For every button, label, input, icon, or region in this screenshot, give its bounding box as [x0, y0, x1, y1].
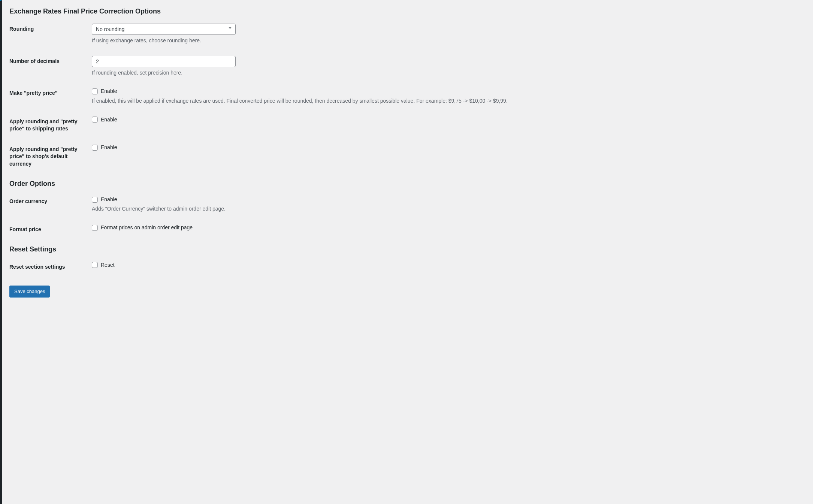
row-format-price: Format price Format prices on admin orde… [9, 224, 806, 233]
checkbox-wrapper-order-currency: Enable [92, 196, 806, 203]
label-order-currency: Order currency [9, 196, 92, 205]
description-decimals: If rounding enabled, set precision here. [92, 69, 806, 77]
checkbox-pretty-price[interactable] [92, 88, 98, 94]
section-title-reset-settings: Reset Settings [9, 245, 806, 254]
checkbox-wrapper-default-currency: Enable [92, 144, 806, 151]
checkbox-label-pretty-price[interactable]: Enable [101, 88, 117, 95]
checkbox-label-order-currency[interactable]: Enable [101, 196, 117, 203]
label-rounding: Rounding [9, 24, 92, 33]
checkbox-default-currency[interactable] [92, 145, 98, 151]
field-reset: Reset [92, 262, 806, 269]
checkbox-wrapper-reset: Reset [92, 262, 806, 269]
field-rounding: No rounding If using exchange rates, cho… [92, 24, 806, 45]
row-pretty-price: Make "pretty price" Enable If enabled, t… [9, 88, 806, 105]
checkbox-label-reset[interactable]: Reset [101, 262, 115, 269]
field-decimals: If rounding enabled, set precision here. [92, 56, 806, 77]
row-default-currency: Apply rounding and "pretty price" to sho… [9, 144, 806, 168]
select-wrapper-rounding: No rounding [92, 24, 236, 35]
save-button[interactable]: Save changes [9, 286, 50, 298]
field-pretty-price: Enable If enabled, this will be applied … [92, 88, 806, 105]
field-order-currency: Enable Adds "Order Currency" switcher to… [92, 196, 806, 213]
checkbox-wrapper-shipping-rates: Enable [92, 116, 806, 124]
checkbox-wrapper-format-price: Format prices on admin order edit page [92, 224, 806, 232]
checkbox-format-price[interactable] [92, 225, 98, 231]
row-reset: Reset section settings Reset [9, 262, 806, 271]
admin-sidebar-strip [0, 0, 2, 313]
input-decimals[interactable] [92, 56, 236, 67]
label-reset: Reset section settings [9, 262, 92, 271]
label-format-price: Format price [9, 224, 92, 233]
field-shipping-rates: Enable [92, 116, 806, 124]
section-title-order-options: Order Options [9, 179, 806, 188]
section-title-exchange-rates: Exchange Rates Final Price Correction Op… [9, 7, 806, 16]
checkbox-shipping-rates[interactable] [92, 117, 98, 123]
description-rounding: If using exchange rates, choose rounding… [92, 37, 806, 45]
row-rounding: Rounding No rounding If using exchange r… [9, 24, 806, 45]
label-decimals: Number of decimals [9, 56, 92, 65]
row-order-currency: Order currency Enable Adds "Order Curren… [9, 196, 806, 213]
label-pretty-price: Make "pretty price" [9, 88, 92, 97]
row-decimals: Number of decimals If rounding enabled, … [9, 56, 806, 77]
checkbox-order-currency[interactable] [92, 197, 98, 203]
row-shipping-rates: Apply rounding and "pretty price" to shi… [9, 116, 806, 133]
field-default-currency: Enable [92, 144, 806, 151]
select-rounding[interactable]: No rounding [92, 24, 236, 35]
label-default-currency: Apply rounding and "pretty price" to sho… [9, 144, 92, 168]
admin-bar-accent [0, 0, 1, 1]
field-format-price: Format prices on admin order edit page [92, 224, 806, 232]
settings-content: Exchange Rates Final Price Correction Op… [2, 0, 813, 313]
checkbox-label-default-currency[interactable]: Enable [101, 144, 117, 151]
label-shipping-rates: Apply rounding and "pretty price" to shi… [9, 116, 92, 133]
checkbox-wrapper-pretty-price: Enable [92, 88, 806, 95]
description-pretty-price: If enabled, this will be applied if exch… [92, 97, 806, 105]
description-order-currency: Adds "Order Currency" switcher to admin … [92, 205, 806, 213]
checkbox-reset[interactable] [92, 262, 98, 268]
checkbox-label-format-price[interactable]: Format prices on admin order edit page [101, 224, 193, 232]
checkbox-label-shipping-rates[interactable]: Enable [101, 116, 117, 124]
